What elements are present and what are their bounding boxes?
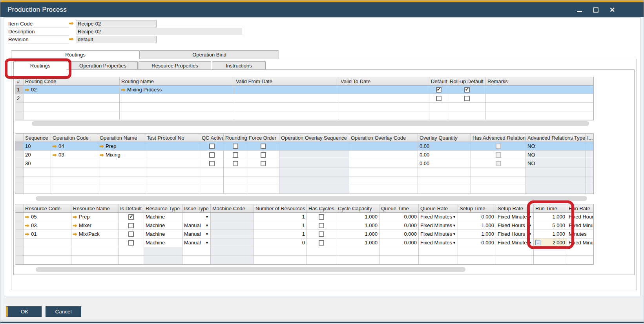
row-sel-cell[interactable] <box>15 142 24 151</box>
cell-browse-icon[interactable]: ... <box>535 240 540 245</box>
sequence-cell[interactable] <box>24 185 51 194</box>
resource-code-cell[interactable] <box>24 247 71 256</box>
valid-to-cell[interactable] <box>339 103 429 111</box>
dropdown-arrow-icon[interactable]: ▼ <box>528 224 532 228</box>
force-order-cell[interactable] <box>247 151 279 159</box>
tab-operation-bind[interactable]: Operation Bind <box>140 50 279 59</box>
setup-time-cell[interactable] <box>458 247 496 256</box>
machine-code-cell[interactable] <box>211 238 254 247</box>
adv-relations-type-cell[interactable]: NO <box>526 159 586 168</box>
adv-relations-type-cell[interactable] <box>526 177 586 185</box>
dropdown-arrow-icon[interactable]: ▼ <box>452 241 456 245</box>
qc-active-cell[interactable] <box>200 159 224 168</box>
queue-time-cell[interactable]: 0.000 <box>379 238 419 247</box>
has-cycles-cell[interactable] <box>307 247 336 256</box>
row-sel-cell[interactable] <box>15 177 24 185</box>
resource-type-cell[interactable] <box>144 247 182 256</box>
default-cell[interactable] <box>429 86 448 94</box>
default-checkbox[interactable] <box>436 87 441 93</box>
operation-code-cell[interactable] <box>51 159 98 168</box>
qc-active-cell[interactable] <box>200 151 224 159</box>
row-sel-cell[interactable] <box>15 185 24 194</box>
issue-type-dropdown[interactable]: Manual▼ <box>182 230 211 238</box>
test-protocol-no-cell[interactable] <box>145 177 200 185</box>
rounding-checkbox[interactable] <box>233 152 238 158</box>
machine-code-cell[interactable] <box>211 221 254 230</box>
cycle-capacity-cell[interactable]: 1.000 <box>336 238 379 247</box>
force-order-cell[interactable] <box>247 159 279 168</box>
is-default-checkbox[interactable] <box>128 223 134 228</box>
has-cycles-cell[interactable] <box>307 256 336 264</box>
resource-type-cell[interactable]: Machine <box>144 213 182 221</box>
sequence-cell[interactable] <box>24 168 51 177</box>
operation-code-cell[interactable] <box>51 177 98 185</box>
force-order-cell[interactable] <box>247 168 279 177</box>
force-order-checkbox[interactable] <box>261 161 266 166</box>
force-order-cell[interactable] <box>247 142 279 151</box>
test-protocol-no-cell[interactable] <box>145 151 200 159</box>
run-rate-cell[interactable] <box>567 256 593 264</box>
queue-rate-cell[interactable] <box>419 247 458 256</box>
resource-type-cell[interactable]: Machine <box>144 230 182 238</box>
link-arrow-icon[interactable]: ➡ <box>121 87 125 93</box>
link-arrow-icon[interactable]: ➡ <box>73 231 77 237</box>
operation-name-cell[interactable] <box>98 168 145 177</box>
machine-code-cell[interactable] <box>211 213 254 221</box>
setup-rate-dropdown[interactable]: Fixed Minutes▼ <box>496 213 534 221</box>
close-button[interactable]: ✕ <box>608 6 616 14</box>
link-arrow-icon[interactable]: ➡ <box>25 87 29 93</box>
operations-table-hscrollbar[interactable] <box>36 196 587 201</box>
has-adv-relations-cell[interactable] <box>471 177 526 185</box>
rounding-cell[interactable] <box>224 151 247 159</box>
dropdown-arrow-icon[interactable]: ▼ <box>205 215 209 219</box>
has-cycles-cell[interactable] <box>307 238 336 247</box>
routing-name-cell[interactable] <box>120 94 234 103</box>
row-sel-cell[interactable] <box>15 168 24 177</box>
run-time-cell[interactable]: 1.000 <box>534 213 567 221</box>
has-cycles-cell[interactable] <box>307 221 336 230</box>
queue-rate-dropdown[interactable]: Fixed Minutes▼ <box>419 213 458 221</box>
rollup-default-cell[interactable] <box>448 86 486 94</box>
link-arrow-icon[interactable]: ➡ <box>53 152 57 158</box>
setup-time-cell[interactable]: 1.000 <box>458 230 496 238</box>
resource-type-cell[interactable]: Machine <box>144 221 182 230</box>
run-time-cell[interactable] <box>534 256 567 264</box>
resource-name-cell[interactable]: ➡Prep <box>71 213 119 221</box>
run-rate-cell[interactable]: Minutes <box>567 230 593 238</box>
dropdown-arrow-icon[interactable]: ▼ <box>528 232 532 236</box>
is-default-checkbox[interactable] <box>128 240 134 246</box>
num-resources-cell[interactable] <box>254 256 307 264</box>
routing-name-cell[interactable] <box>120 103 234 111</box>
cycle-capacity-cell[interactable] <box>336 247 379 256</box>
i-col-cell[interactable] <box>586 142 593 151</box>
qc-active-cell[interactable] <box>200 185 224 194</box>
queue-time-cell[interactable]: 0.000 <box>379 221 419 230</box>
default-cell[interactable] <box>429 111 448 120</box>
overlay-qty-cell[interactable] <box>418 177 471 185</box>
operation-code-cell[interactable] <box>51 185 98 194</box>
is-default-checkbox[interactable] <box>128 231 134 237</box>
valid-from-cell[interactable] <box>234 111 339 120</box>
remarks-cell[interactable] <box>486 94 593 103</box>
issue-type-cell[interactable] <box>182 256 211 264</box>
qc-active-cell[interactable] <box>200 142 224 151</box>
setup-time-cell[interactable]: 1.000 <box>458 221 496 230</box>
rollup-default-cell[interactable] <box>448 111 486 120</box>
adv-relations-type-cell[interactable]: NO <box>526 151 586 159</box>
is-default-cell[interactable] <box>119 221 144 230</box>
qc-active-checkbox[interactable] <box>209 161 215 166</box>
has-cycles-checkbox[interactable] <box>319 231 324 237</box>
dropdown-arrow-icon[interactable]: ▼ <box>205 232 209 236</box>
adv-relations-type-cell[interactable]: NO <box>526 142 586 151</box>
op-overlay-seq-cell[interactable] <box>279 142 349 151</box>
is-default-cell[interactable] <box>119 213 144 221</box>
tab-operation-properties[interactable]: Operation Properties <box>68 61 138 70</box>
resource-code-cell[interactable] <box>24 238 71 247</box>
overlay-qty-cell[interactable]: 0.00 <box>418 159 471 168</box>
queue-rate-dropdown[interactable]: Fixed Minutes▼ <box>419 230 458 238</box>
num-resources-cell[interactable]: 1 <box>254 213 307 221</box>
valid-from-cell[interactable] <box>234 103 339 111</box>
setup-rate-cell[interactable] <box>496 247 534 256</box>
force-order-checkbox[interactable] <box>261 152 266 158</box>
operation-name-cell[interactable] <box>98 177 145 185</box>
